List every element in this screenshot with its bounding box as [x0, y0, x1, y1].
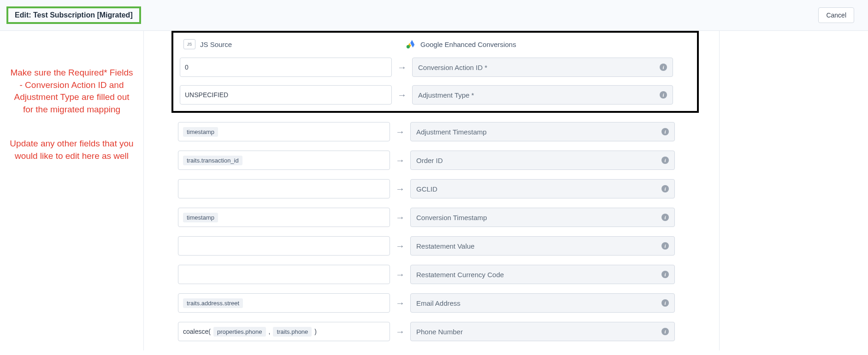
mapping-row: traits.transaction_id→Order IDi	[178, 151, 675, 170]
annotations-column: Make sure the Required* Fields - Convers…	[0, 31, 143, 198]
source-header: JS JS Source	[183, 39, 400, 49]
arrow-icon: →	[390, 127, 410, 136]
destination-label: Conversion Action ID *	[418, 64, 487, 71]
mapping-card: JS JS Source Google Enhanced Conversions…	[143, 31, 720, 350]
info-icon[interactable]: i	[661, 328, 669, 335]
mapping-row: UNSPECIFIED→Adjustment Type *i	[180, 85, 673, 105]
source-field[interactable]: traits.transaction_id	[178, 151, 390, 170]
source-chip: traits.transaction_id	[183, 156, 242, 165]
destination-field[interactable]: Adjustment Timestampi	[410, 122, 675, 141]
arrow-icon: →	[390, 298, 410, 308]
source-text: ,	[269, 328, 271, 335]
source-chip: properties.phone	[213, 327, 266, 337]
info-icon[interactable]: i	[661, 214, 669, 221]
source-text: 0	[185, 64, 189, 71]
arrow-icon: →	[390, 156, 410, 165]
arrow-icon: →	[390, 213, 410, 222]
source-field[interactable]: traits.address.street	[178, 293, 390, 313]
source-chip: timestamp	[183, 213, 218, 222]
mapping-rows: timestamp→Adjustment Timestampitraits.tr…	[171, 122, 699, 341]
source-text: )	[314, 328, 317, 335]
destination-label: Conversion Timestamp	[416, 214, 487, 221]
mapping-row: →Restatement Valuei	[178, 236, 675, 256]
source-chip: timestamp	[183, 127, 218, 137]
source-field[interactable]	[178, 265, 390, 284]
topbar: Edit: Test Subscription [Migrated] Cance…	[0, 0, 868, 31]
source-field[interactable]: coalesce(properties.phone,traits.phone)	[178, 322, 390, 341]
destination-field[interactable]: Phone Numberi	[410, 322, 675, 341]
info-icon[interactable]: i	[660, 91, 667, 99]
destination-label: Adjustment Timestamp	[416, 128, 487, 136]
mapping-row: timestamp→Conversion Timestampi	[178, 208, 675, 227]
mapping-row: 0→Conversion Action ID *i	[180, 58, 673, 77]
google-ads-icon	[406, 39, 416, 49]
source-field[interactable]	[178, 236, 390, 256]
destination-field[interactable]: Conversion Action ID *i	[412, 58, 673, 77]
arrow-icon: →	[390, 184, 410, 193]
source-text: coalesce(	[183, 328, 211, 335]
destination-header-label: Google Enhanced Conversions	[420, 41, 516, 48]
destination-label: Restatement Value	[416, 242, 474, 250]
info-icon[interactable]: i	[661, 128, 669, 135]
source-field[interactable]: UNSPECIFIED	[180, 85, 392, 105]
mapping-row: coalesce(properties.phone,traits.phone)→…	[178, 322, 675, 341]
destination-label: Order ID	[416, 157, 443, 164]
destination-field[interactable]: Conversion Timestampi	[410, 208, 675, 227]
arrow-icon: →	[390, 270, 410, 279]
destination-label: Restatement Currency Code	[416, 271, 504, 279]
destination-field[interactable]: Order IDi	[410, 151, 675, 170]
source-chip: traits.phone	[273, 327, 312, 337]
info-icon[interactable]: i	[661, 242, 669, 250]
arrow-icon: →	[390, 327, 410, 336]
destination-field[interactable]: Restatement Valuei	[410, 236, 675, 256]
required-fields-highlight: JS JS Source Google Enhanced Conversions…	[171, 31, 699, 113]
mapping-row: →GCLIDi	[178, 179, 675, 198]
destination-field[interactable]: Restatement Currency Codei	[410, 265, 675, 284]
source-text: UNSPECIFIED	[185, 91, 228, 99]
source-destination-header: JS JS Source Google Enhanced Conversions	[180, 39, 673, 49]
info-icon[interactable]: i	[661, 157, 669, 164]
destination-field[interactable]: Email Addressi	[410, 293, 675, 313]
source-field[interactable]: 0	[180, 58, 392, 77]
arrow-icon: →	[390, 241, 410, 250]
js-source-icon: JS	[183, 39, 195, 49]
arrow-icon: →	[392, 63, 412, 72]
source-chip: traits.address.street	[183, 298, 243, 308]
mapping-row: traits.address.street→Email Addressi	[178, 293, 675, 313]
source-field[interactable]: timestamp	[178, 208, 390, 227]
destination-label: Adjustment Type *	[418, 91, 474, 99]
mapping-row: timestamp→Adjustment Timestampi	[178, 122, 675, 141]
source-field[interactable]	[178, 179, 390, 198]
svg-point-0	[407, 45, 410, 48]
destination-field[interactable]: Adjustment Type *i	[412, 85, 673, 105]
annotation-update-fields: Update any other fields that you would l…	[9, 138, 134, 162]
cancel-button[interactable]: Cancel	[818, 7, 854, 23]
source-field[interactable]: timestamp	[178, 122, 390, 141]
info-icon[interactable]: i	[660, 64, 667, 71]
destination-label: Phone Number	[416, 328, 463, 336]
info-icon[interactable]: i	[661, 185, 669, 192]
destination-header: Google Enhanced Conversions	[406, 39, 673, 49]
info-icon[interactable]: i	[661, 271, 669, 278]
page-title: Edit: Test Subscription [Migrated]	[6, 6, 141, 24]
destination-label: Email Address	[416, 299, 461, 307]
annotation-required-fields: Make sure the Required* Fields - Convers…	[9, 67, 134, 116]
mapping-row: →Restatement Currency Codei	[178, 265, 675, 284]
arrow-icon: →	[392, 90, 412, 99]
info-icon[interactable]: i	[661, 299, 669, 307]
source-header-label: JS Source	[200, 41, 232, 48]
destination-label: GCLID	[416, 185, 437, 193]
destination-field[interactable]: GCLIDi	[410, 179, 675, 198]
